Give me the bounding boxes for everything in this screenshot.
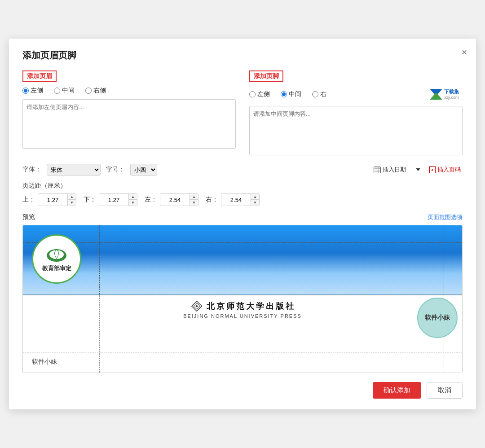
- margin-right-input-group: 2.54 ▲ ▼: [221, 193, 260, 206]
- header-footer-columns: 添加页眉 左侧 中间 右侧 添加页脚: [22, 70, 463, 157]
- cancel-button[interactable]: 取消: [427, 382, 463, 399]
- logo-circle: 教育部审定: [32, 234, 81, 284]
- footer-radio-left[interactable]: 左侧: [249, 90, 270, 98]
- logo-text: 教育部审定: [42, 264, 71, 272]
- insert-page-button[interactable]: # 插入页码: [428, 165, 463, 175]
- margin-top-down-btn[interactable]: ▼: [68, 200, 76, 206]
- margin-left-spinners: ▲ ▼: [190, 194, 198, 206]
- footer-radio-right-label: 右: [320, 90, 326, 98]
- margin-right-spinners: ▲ ▼: [251, 194, 259, 206]
- size-select[interactable]: 小四 四号 小三 三号: [130, 164, 157, 176]
- margin-left-down-btn[interactable]: ▼: [190, 200, 198, 206]
- preview-header: 预览 页面范围选项: [22, 213, 463, 221]
- left-dashed-line: [99, 225, 100, 294]
- svg-text:#: #: [432, 168, 434, 172]
- header-radio-group: 左侧 中间 右侧: [22, 87, 236, 95]
- margin-right-field: 右： 2.54 ▲ ▼: [206, 193, 260, 206]
- font-select[interactable]: 宋体 黑体 楷体: [47, 164, 101, 176]
- margin-bottom-label: 下：: [84, 196, 96, 204]
- header-radio-middle[interactable]: 中间: [54, 87, 75, 95]
- insert-date-dropdown-icon[interactable]: [416, 168, 420, 171]
- margin-top-spinners: ▲ ▼: [67, 194, 76, 206]
- margin-left-up-btn[interactable]: ▲: [190, 194, 198, 200]
- header-radio-right-label: 右侧: [93, 87, 106, 95]
- close-button[interactable]: ×: [462, 48, 467, 57]
- preview-label: 预览: [22, 213, 35, 221]
- insert-date-label: 插入日期: [383, 166, 406, 174]
- margin-top-up-btn[interactable]: ▲: [68, 194, 76, 200]
- page-icon: #: [429, 166, 436, 173]
- add-header-label: 添加页眉: [22, 70, 57, 82]
- svg-rect-13: [195, 305, 198, 307]
- right-dashed-line: [444, 225, 444, 294]
- watermark-text: 下载集 xzji.com: [444, 88, 459, 100]
- add-footer-label: 添加页脚: [249, 70, 283, 82]
- diamond-logo-svg: [190, 299, 204, 313]
- header-radio-left-label: 左侧: [31, 87, 43, 95]
- publisher-en: BEIJING NORMAL UNIVERSITY PRESS: [183, 313, 302, 319]
- watermark-logo: [430, 89, 442, 100]
- footer-radio-right-input[interactable]: [312, 91, 318, 97]
- header-radio-middle-label: 中间: [62, 87, 75, 95]
- size-label: 字号：: [106, 166, 125, 174]
- svg-rect-1: [374, 167, 380, 168]
- margin-left-field: 左： 2.54 ▲ ▼: [145, 193, 198, 206]
- margin-bottom-up-btn[interactable]: ▲: [129, 194, 137, 200]
- publisher-cn: 北京师范大学出版社: [207, 301, 295, 312]
- dialog-footer: 确认添加 取消: [22, 382, 463, 399]
- margin-section-label: 页边距（厘米）: [22, 182, 463, 190]
- logo-leaf-svg: [43, 246, 70, 264]
- margin-inputs: 上： 1.27 ▲ ▼ 下： 1.27 ▲ ▼: [22, 193, 463, 206]
- publisher-logo: 北京师范大学出版社: [190, 299, 295, 313]
- preview-bottom: 北京师范大学出版社 BEIJING NORMAL UNIVERSITY PRES…: [23, 295, 462, 373]
- confirm-button[interactable]: 确认添加: [373, 382, 421, 399]
- page-range-link[interactable]: 页面范围选项: [428, 213, 463, 221]
- software-badge-text: 软件小妹: [425, 314, 450, 322]
- watermark-green-arrow: [430, 92, 442, 100]
- header-dashed-line: [23, 242, 462, 243]
- margin-bottom-spinners: ▲ ▼: [128, 194, 137, 206]
- calendar-icon: [374, 167, 381, 173]
- margin-top-input[interactable]: 1.27: [38, 194, 67, 206]
- preview-top: 教育部审定: [23, 225, 462, 295]
- margin-top-input-group: 1.27 ▲ ▼: [38, 193, 76, 206]
- margin-right-up-btn[interactable]: ▲: [251, 194, 259, 200]
- header-radio-right[interactable]: 右侧: [85, 87, 106, 95]
- header-radio-middle-input[interactable]: [54, 88, 60, 94]
- software-badge: 软件小妹: [417, 298, 458, 338]
- margin-right-label: 右：: [206, 196, 218, 204]
- margin-right-input[interactable]: 2.54: [221, 194, 251, 206]
- insert-page-label: 插入页码: [437, 166, 461, 174]
- dialog-title: 添加页眉页脚: [22, 49, 463, 61]
- footer-column: 添加页脚 左侧 中间 右: [249, 70, 463, 157]
- footer-radio-middle[interactable]: 中间: [281, 90, 301, 98]
- insert-date-button[interactable]: 插入日期: [372, 165, 408, 175]
- margin-left-input-group: 2.54 ▲ ▼: [160, 193, 198, 206]
- margin-bottom-down-btn[interactable]: ▼: [129, 200, 137, 206]
- header-column: 添加页眉 左侧 中间 右侧: [22, 70, 236, 157]
- header-radio-left-input[interactable]: [22, 88, 29, 94]
- margin-bottom-input-group: 1.27 ▲ ▼: [99, 193, 137, 206]
- footer-radio-middle-label: 中间: [289, 90, 301, 98]
- header-radio-left[interactable]: 左侧: [22, 87, 43, 95]
- margin-right-down-btn[interactable]: ▼: [251, 200, 259, 206]
- footer-radio-left-input[interactable]: [249, 91, 256, 97]
- footer-radio-right[interactable]: 右: [312, 90, 326, 98]
- margin-left-label: 左：: [145, 196, 157, 204]
- margin-bottom-input[interactable]: 1.27: [99, 194, 128, 206]
- preview-box: 教育部审定: [22, 225, 463, 373]
- header-radio-right-input[interactable]: [85, 88, 92, 94]
- footer-text: 软件小妹: [32, 358, 57, 366]
- header-textarea[interactable]: [22, 99, 236, 149]
- footer-textarea[interactable]: [249, 106, 463, 155]
- margin-section: 页边距（厘米） 上： 1.27 ▲ ▼ 下： 1.27 ▲: [22, 182, 463, 206]
- margin-top-label: 上：: [22, 196, 35, 204]
- footer-radio-middle-input[interactable]: [281, 91, 287, 97]
- preview-bottom-content: 北京师范大学出版社 BEIJING NORMAL UNIVERSITY PRES…: [23, 295, 462, 373]
- font-label: 字体：: [22, 166, 41, 174]
- logo-inner: 教育部审定: [42, 246, 71, 272]
- watermark-badge: 下载集 xzji.com: [426, 87, 463, 101]
- footer-dashed-line: [23, 352, 462, 352]
- margin-top-field: 上： 1.27 ▲ ▼: [22, 193, 76, 206]
- margin-left-input[interactable]: 2.54: [160, 194, 190, 206]
